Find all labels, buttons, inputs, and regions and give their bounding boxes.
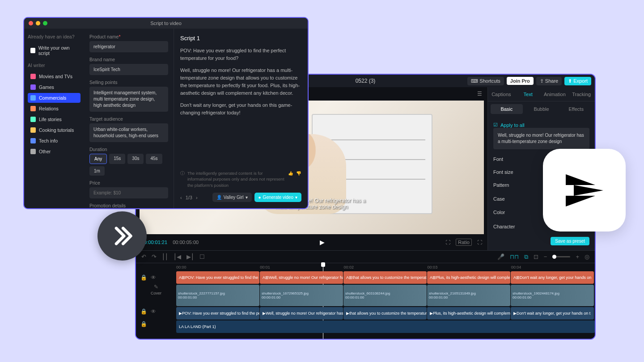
- lock-icon[interactable]: 🔒: [140, 274, 147, 281]
- subtab-effects[interactable]: Effects: [560, 104, 592, 114]
- tool-icon[interactable]: ⊡: [534, 253, 538, 260]
- save-preset-button[interactable]: Save as preset: [551, 237, 589, 245]
- video-track[interactable]: shutterstock_2227771157.jpg00:00:01:00 s…: [176, 285, 595, 306]
- video-clip[interactable]: shutterstock_1672965325.jpg00:00:01:00: [260, 285, 343, 306]
- music-track[interactable]: LA LA LAND (Part 1): [176, 320, 595, 333]
- video-clip[interactable]: shutterstock_2227771157.jpg00:00:01:00: [176, 285, 259, 306]
- trim-left-icon[interactable]: ⎮◀: [174, 253, 181, 260]
- script-pager: ‹ 1/3 ›: [180, 195, 198, 200]
- duration-any[interactable]: Any: [89, 154, 107, 164]
- selling-points-input[interactable]: Intelligent management system, multi tem…: [89, 87, 168, 112]
- subtab-basic[interactable]: Basic: [491, 104, 523, 114]
- duration-30s[interactable]: 30s: [127, 154, 144, 164]
- voice-select[interactable]: 👤 Valley Girl ▾: [212, 193, 252, 202]
- sidebar-item-commercials[interactable]: Commercials: [28, 93, 80, 103]
- share-button[interactable]: ⇪ Share: [536, 77, 562, 85]
- split-icon[interactable]: ⎮⎮: [162, 253, 168, 260]
- cooking-icon: [30, 127, 36, 133]
- mic-icon[interactable]: 🎤: [497, 253, 504, 260]
- export-button[interactable]: ⬆ Export: [564, 77, 591, 85]
- player-controls: 00:00:01:21 00:00:05:00 ▶ ⛶ Ratio ⛶: [136, 234, 487, 250]
- music-clip[interactable]: LA LA LAND (Part 1): [176, 320, 595, 333]
- video-clip[interactable]: shutterstock_1902448174.jpg00:00:01:00: [511, 285, 594, 306]
- sidebar-item-life[interactable]: Life stories: [28, 114, 80, 124]
- tts-clip[interactable]: ▶ Don't wait any longer, get your hands …: [511, 307, 594, 320]
- generate-video-button[interactable]: ● Generate video ▾: [254, 193, 301, 202]
- lock-icon[interactable]: 🔒: [140, 308, 147, 315]
- zoom-slider[interactable]: [552, 256, 570, 257]
- thumbs-up-icon[interactable]: 👍: [288, 170, 293, 176]
- caption-clip[interactable]: A⊞ Well, struggle no more! Our refrigera…: [260, 271, 343, 284]
- sidebar-item-cooking[interactable]: Cooking tutorials: [28, 125, 80, 135]
- subtab-bubble[interactable]: Bubble: [525, 104, 558, 114]
- script-form: Product name* Brand name Selling points …: [84, 29, 174, 208]
- script-paragraph: Well, struggle no more! Our refrigerator…: [180, 67, 301, 97]
- audience-input[interactable]: Urban white-collar workers, household us…: [89, 123, 168, 142]
- shortcuts-button[interactable]: ⌨ Shortcuts: [467, 77, 504, 85]
- tab-animation[interactable]: Animation: [542, 87, 568, 101]
- sidebar-item-other[interactable]: Other: [28, 147, 80, 156]
- next-page-icon[interactable]: ›: [196, 195, 198, 200]
- duration-1m[interactable]: 1m: [89, 166, 105, 176]
- zoom-in-icon[interactable]: +: [576, 253, 579, 260]
- sidebar-item-movies[interactable]: Movies and TVs: [28, 72, 80, 81]
- video-clip[interactable]: shutterstock_2165131849.jpg00:00:01:00: [427, 285, 510, 306]
- heart-icon: [30, 106, 36, 111]
- close-icon[interactable]: [29, 21, 33, 25]
- duration-45s[interactable]: 45s: [146, 154, 162, 164]
- script-to-video-window: Script to video Already have an idea? Wr…: [23, 17, 309, 209]
- caption-clip[interactable]: A⊞ POV: Have you ever struggled to find …: [176, 271, 259, 284]
- script-sidebar: Already have an idea? Write your own scr…: [24, 29, 84, 208]
- brand-name-input[interactable]: [89, 64, 168, 75]
- write-own-script[interactable]: Write your own script: [28, 43, 80, 58]
- text-preview-box[interactable]: Well, struggle no more! Our refrigerator…: [493, 128, 589, 149]
- sidebar-item-relations[interactable]: Relations: [28, 104, 80, 114]
- thumbs-down-icon[interactable]: 👎: [296, 170, 301, 176]
- apply-all-checkbox[interactable]: ☑ Apply to all: [493, 122, 589, 128]
- tab-text[interactable]: Text: [515, 87, 542, 101]
- duration-15s[interactable]: 15s: [109, 154, 125, 164]
- fit-icon[interactable]: ◎: [585, 253, 589, 260]
- tts-clip[interactable]: ▶ POV: Have you ever struggled to find t…: [176, 307, 259, 320]
- video-clip[interactable]: shutterstock_603108244.jpg00:00:01:00: [343, 285, 427, 306]
- trim-right-icon[interactable]: ▶⎮: [186, 253, 194, 260]
- lock-icon[interactable]: 🔒: [140, 321, 147, 327]
- prev-page-icon[interactable]: ‹: [180, 195, 182, 200]
- redo-icon[interactable]: ↷: [152, 253, 157, 260]
- delete-icon[interactable]: ☐: [199, 253, 205, 260]
- maximize-icon[interactable]: [43, 21, 47, 25]
- eye-icon[interactable]: 👁: [151, 274, 156, 281]
- play-button[interactable]: ▶: [320, 239, 325, 246]
- tab-tracking[interactable]: Tracking: [568, 87, 595, 101]
- cover-icon[interactable]: ✎: [154, 284, 158, 290]
- crop-icon[interactable]: ⛶: [445, 240, 450, 245]
- ratio-button[interactable]: Ratio: [456, 239, 472, 246]
- sidebar-item-games[interactable]: Games: [28, 82, 80, 92]
- caption-track[interactable]: A⊞ POV: Have you ever struggled to find …: [176, 271, 595, 284]
- tts-clip[interactable]: ▶ Well, struggle no more! Our refrigerat…: [260, 307, 343, 320]
- join-pro-button[interactable]: Join Pro: [507, 77, 534, 85]
- fullscreen-icon[interactable]: ⛶: [477, 240, 482, 245]
- tts-clip[interactable]: ▶ Plus, its high-aesthetic design will c…: [427, 307, 510, 320]
- tab-captions[interactable]: Captions: [488, 87, 515, 101]
- minimize-icon[interactable]: [36, 21, 40, 25]
- life-icon: [30, 117, 36, 122]
- eye-icon[interactable]: 👁: [151, 308, 156, 315]
- caption-clip[interactable]: A⊞ Plus, its high-aesthetic design will …: [427, 271, 510, 284]
- sidebar-item-tech[interactable]: Tech info: [28, 136, 80, 146]
- tech-icon: [30, 138, 36, 143]
- timeline-ruler[interactable]: 00:0000:0100:0200:0300:04: [136, 263, 595, 271]
- other-icon: [30, 149, 36, 154]
- caption-clip[interactable]: A⊞ that allows you to customize the temp…: [343, 271, 427, 284]
- tts-clip[interactable]: ▶ that allows you to customize the tempe…: [343, 307, 427, 320]
- price-input[interactable]: [89, 187, 168, 198]
- magnet-icon[interactable]: ⊓⊓: [510, 253, 519, 260]
- player-menu-icon[interactable]: ☰: [477, 91, 482, 97]
- undo-icon[interactable]: ↶: [141, 253, 146, 260]
- link-icon[interactable]: ⧉: [524, 253, 528, 261]
- caption-clip[interactable]: A⊞ Don't wait any longer, get your hands…: [511, 271, 594, 284]
- product-name-input[interactable]: [89, 41, 168, 52]
- script-paragraph: Don't wait any longer, get your hands on…: [180, 101, 301, 117]
- tts-track[interactable]: ▶ POV: Have you ever struggled to find t…: [176, 307, 595, 320]
- zoom-out-icon[interactable]: −: [544, 253, 547, 260]
